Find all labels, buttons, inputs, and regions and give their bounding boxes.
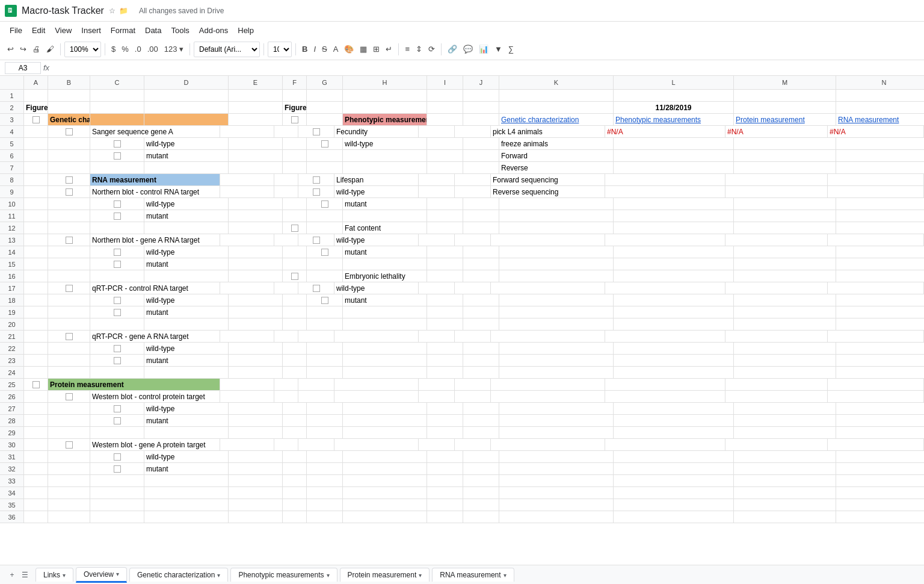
cell-j7[interactable] [463,162,499,174]
cell-g17[interactable] [298,282,334,294]
cell-e6[interactable] [229,150,283,162]
cell-b32[interactable] [48,463,90,475]
cell-l2[interactable]: 11/28/2019 [614,102,734,114]
cell-f32[interactable] [283,463,307,475]
checkbox-b17[interactable] [66,285,73,292]
cell-a4[interactable] [24,126,48,138]
cell-e27[interactable] [229,403,283,415]
cell-l22[interactable] [614,343,734,355]
cell-b14[interactable] [48,246,90,258]
checkbox-c11[interactable] [114,213,121,220]
cell-g5[interactable] [307,138,343,150]
cell-l10[interactable] [614,198,734,210]
cell-c13[interactable]: Northern blot - gene A RNA target [90,234,220,246]
cell-d3[interactable] [144,114,229,126]
cell-k19[interactable] [499,306,614,318]
cell-j13[interactable] [455,234,491,246]
cell-n2[interactable] [836,102,924,114]
cell-c31[interactable] [90,451,144,463]
cell-i24[interactable] [427,367,463,379]
cell-e1[interactable] [229,90,283,102]
cell-j26[interactable] [455,391,491,403]
cell-i11[interactable] [427,210,463,222]
cell-k3[interactable]: Genetic characterization [499,114,614,126]
cell-k26[interactable] [491,391,605,403]
cell-f2[interactable]: Figure 2 [283,102,307,114]
cell-d18[interactable]: wild-type [144,294,229,306]
cell-c1[interactable] [90,90,144,102]
cell-f24[interactable] [283,367,307,379]
checkbox-b21[interactable] [66,333,73,340]
checkbox-b26[interactable] [66,393,73,400]
cell-e26[interactable] [220,391,274,403]
cell-j28[interactable] [463,415,499,427]
cell-n9[interactable] [828,186,924,198]
checkbox-g14[interactable] [321,249,328,256]
cell-i10[interactable] [427,198,463,210]
cell-d20[interactable] [144,318,229,331]
cell-n25[interactable] [828,379,924,391]
cell-c27[interactable] [90,403,144,415]
cell-e10[interactable] [229,198,283,210]
cell-k8[interactable]: Forward sequencing [491,174,605,186]
cell-g14[interactable] [307,246,343,258]
cell-e3[interactable] [229,114,283,126]
cell-k28[interactable] [499,415,614,427]
cell-i1[interactable] [427,90,463,102]
cell-c20[interactable] [90,318,144,331]
cell-i26[interactable] [419,391,455,403]
cell-e15[interactable] [229,258,283,270]
cell-c12[interactable] [90,222,144,234]
cell-n13[interactable] [828,234,924,246]
cell-j9[interactable] [455,186,491,198]
cell-h27[interactable] [343,403,427,415]
cell-b12[interactable] [48,222,90,234]
cell-e2[interactable] [229,102,283,114]
cell-j1[interactable] [463,90,499,102]
cell-n15[interactable] [836,258,924,270]
cell-c17[interactable]: qRT-PCR - control RNA target [90,282,220,294]
merge-button[interactable]: ⊞ [371,43,382,55]
col-header-n[interactable]: N [836,76,924,89]
star-icon[interactable]: ☆ [109,7,116,15]
cell-m26[interactable] [725,391,828,403]
cell-a20[interactable] [24,318,48,331]
cell-e20[interactable] [229,318,283,331]
cell-h6[interactable] [343,150,427,162]
cell-f23[interactable] [283,355,307,367]
cell-k10[interactable] [499,198,614,210]
cell-i13[interactable] [419,234,455,246]
cell-j5[interactable] [463,138,499,150]
cell-c14[interactable] [90,246,144,258]
cell-e5[interactable] [229,138,283,150]
cell-b9[interactable] [48,186,90,198]
checkbox-c5[interactable] [114,140,121,148]
cell-g22[interactable] [307,343,343,355]
strikethrough-button[interactable]: S [319,43,330,55]
cell-j19[interactable] [463,306,499,318]
cell-b5[interactable] [48,138,90,150]
cell-c16[interactable] [90,270,144,282]
cell-e4[interactable] [220,126,274,138]
cell-c26[interactable]: Western blot - control protein target [90,391,220,403]
cell-i17[interactable] [419,282,455,294]
cell-k5[interactable]: freeze animals [499,138,614,150]
cell-j16[interactable] [463,270,499,282]
cell-f10[interactable] [283,198,307,210]
cell-e31[interactable] [229,451,283,463]
cell-f19[interactable] [283,306,307,318]
cell-a26[interactable] [24,391,48,403]
cell-k27[interactable] [499,403,614,415]
checkbox-b9[interactable] [66,188,73,196]
cell-d7[interactable] [144,162,229,174]
cell-a17[interactable] [24,282,48,294]
cell-f7[interactable] [283,162,307,174]
cell-g31[interactable] [307,451,343,463]
checkbox-b30[interactable] [66,441,73,449]
cell-c7[interactable] [90,162,144,174]
cell-i5[interactable] [427,138,463,150]
cell-e21[interactable] [220,331,274,343]
cell-j20[interactable] [463,318,499,331]
cell-n12[interactable] [836,222,924,234]
checkbox-g17[interactable] [313,285,320,292]
